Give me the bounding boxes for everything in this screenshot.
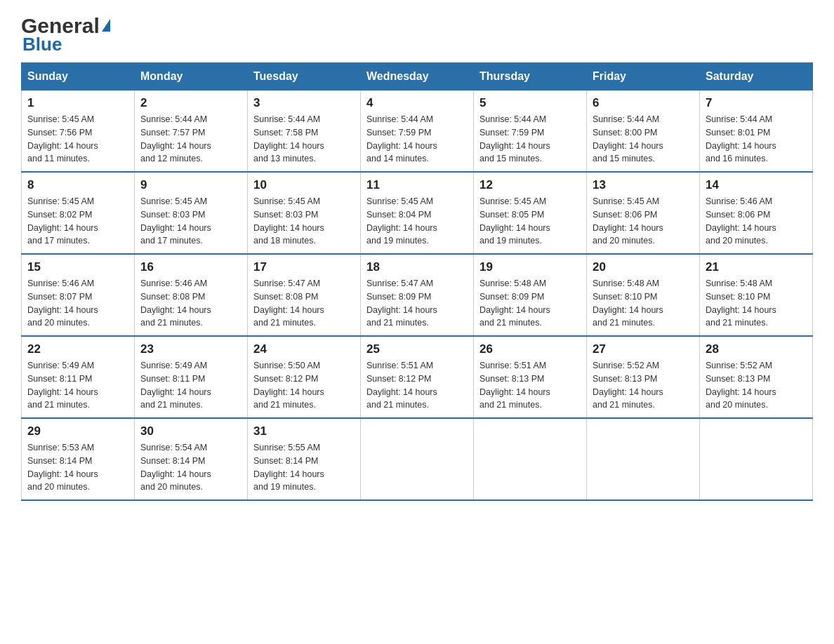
day-info: Sunrise: 5:47 AM Sunset: 8:08 PM Dayligh…: [253, 277, 355, 330]
day-info: Sunrise: 5:44 AM Sunset: 8:00 PM Dayligh…: [593, 113, 694, 166]
calendar-cell: 9 Sunrise: 5:45 AM Sunset: 8:03 PM Dayli…: [135, 172, 248, 254]
calendar-cell: 19 Sunrise: 5:48 AM Sunset: 8:09 PM Dayl…: [474, 254, 587, 336]
day-info: Sunrise: 5:51 AM Sunset: 8:12 PM Dayligh…: [366, 359, 468, 412]
day-number: 11: [366, 178, 468, 192]
calendar-cell: 28 Sunrise: 5:52 AM Sunset: 8:13 PM Dayl…: [700, 336, 813, 418]
calendar-cell: 18 Sunrise: 5:47 AM Sunset: 8:09 PM Dayl…: [361, 254, 474, 336]
calendar-cell: 3 Sunrise: 5:44 AM Sunset: 7:58 PM Dayli…: [248, 90, 361, 173]
logo-blue-text: Blue: [22, 34, 62, 55]
day-info: Sunrise: 5:45 AM Sunset: 8:03 PM Dayligh…: [253, 195, 355, 248]
calendar-week-row: 15 Sunrise: 5:46 AM Sunset: 8:07 PM Dayl…: [22, 254, 813, 336]
calendar-cell: 4 Sunrise: 5:44 AM Sunset: 7:59 PM Dayli…: [361, 90, 474, 173]
day-number: 14: [706, 178, 807, 192]
day-number: 8: [27, 178, 128, 192]
calendar-cell: 25 Sunrise: 5:51 AM Sunset: 8:12 PM Dayl…: [361, 336, 474, 418]
day-info: Sunrise: 5:44 AM Sunset: 7:59 PM Dayligh…: [479, 113, 581, 166]
day-number: 7: [706, 96, 807, 110]
calendar-cell: 2 Sunrise: 5:44 AM Sunset: 7:57 PM Dayli…: [135, 90, 248, 173]
calendar-cell: 15 Sunrise: 5:46 AM Sunset: 8:07 PM Dayl…: [22, 254, 135, 336]
day-info: Sunrise: 5:49 AM Sunset: 8:11 PM Dayligh…: [140, 359, 241, 412]
day-number: 24: [253, 342, 355, 356]
calendar-cell: 30 Sunrise: 5:54 AM Sunset: 8:14 PM Dayl…: [135, 418, 248, 500]
weekday-header-saturday: Saturday: [700, 63, 813, 90]
weekday-header-thursday: Thursday: [474, 63, 587, 90]
day-info: Sunrise: 5:44 AM Sunset: 7:59 PM Dayligh…: [366, 113, 468, 166]
calendar-week-row: 1 Sunrise: 5:45 AM Sunset: 7:56 PM Dayli…: [22, 90, 813, 173]
day-number: 2: [140, 96, 241, 110]
page-header: General Blue: [21, 14, 813, 55]
calendar-cell: 23 Sunrise: 5:49 AM Sunset: 8:11 PM Dayl…: [135, 336, 248, 418]
logo-triangle-icon: [102, 19, 110, 32]
day-info: Sunrise: 5:45 AM Sunset: 7:56 PM Dayligh…: [27, 113, 128, 166]
day-number: 19: [479, 260, 581, 274]
day-info: Sunrise: 5:55 AM Sunset: 8:14 PM Dayligh…: [253, 441, 355, 494]
calendar-cell: 14 Sunrise: 5:46 AM Sunset: 8:06 PM Dayl…: [700, 172, 813, 254]
calendar-cell: 29 Sunrise: 5:53 AM Sunset: 8:14 PM Dayl…: [22, 418, 135, 500]
calendar-cell: [474, 418, 587, 500]
day-number: 1: [27, 96, 128, 110]
calendar-cell: [700, 418, 813, 500]
calendar-cell: [361, 418, 474, 500]
calendar-cell: [587, 418, 700, 500]
day-number: 10: [253, 178, 355, 192]
day-info: Sunrise: 5:48 AM Sunset: 8:10 PM Dayligh…: [593, 277, 694, 330]
calendar-cell: 22 Sunrise: 5:49 AM Sunset: 8:11 PM Dayl…: [22, 336, 135, 418]
day-number: 30: [140, 424, 241, 438]
day-info: Sunrise: 5:44 AM Sunset: 8:01 PM Dayligh…: [706, 113, 807, 166]
calendar-cell: 6 Sunrise: 5:44 AM Sunset: 8:00 PM Dayli…: [587, 90, 700, 173]
day-number: 4: [366, 96, 468, 110]
calendar-cell: 1 Sunrise: 5:45 AM Sunset: 7:56 PM Dayli…: [22, 90, 135, 173]
weekday-header-friday: Friday: [587, 63, 700, 90]
day-number: 18: [366, 260, 468, 274]
day-info: Sunrise: 5:47 AM Sunset: 8:09 PM Dayligh…: [366, 277, 468, 330]
day-info: Sunrise: 5:45 AM Sunset: 8:03 PM Dayligh…: [140, 195, 241, 248]
day-info: Sunrise: 5:45 AM Sunset: 8:04 PM Dayligh…: [366, 195, 468, 248]
calendar-cell: 17 Sunrise: 5:47 AM Sunset: 8:08 PM Dayl…: [248, 254, 361, 336]
calendar-week-row: 22 Sunrise: 5:49 AM Sunset: 8:11 PM Dayl…: [22, 336, 813, 418]
day-number: 28: [706, 342, 807, 356]
day-info: Sunrise: 5:46 AM Sunset: 8:06 PM Dayligh…: [706, 195, 807, 248]
day-number: 13: [593, 178, 694, 192]
day-info: Sunrise: 5:45 AM Sunset: 8:06 PM Dayligh…: [593, 195, 694, 248]
day-info: Sunrise: 5:44 AM Sunset: 7:58 PM Dayligh…: [253, 113, 355, 166]
day-info: Sunrise: 5:44 AM Sunset: 7:57 PM Dayligh…: [140, 113, 241, 166]
day-info: Sunrise: 5:54 AM Sunset: 8:14 PM Dayligh…: [140, 441, 241, 494]
day-number: 15: [27, 260, 128, 274]
calendar-cell: 31 Sunrise: 5:55 AM Sunset: 8:14 PM Dayl…: [248, 418, 361, 500]
day-info: Sunrise: 5:53 AM Sunset: 8:14 PM Dayligh…: [27, 441, 128, 494]
day-number: 31: [253, 424, 355, 438]
day-number: 20: [593, 260, 694, 274]
calendar-cell: 26 Sunrise: 5:51 AM Sunset: 8:13 PM Dayl…: [474, 336, 587, 418]
calendar-cell: 24 Sunrise: 5:50 AM Sunset: 8:12 PM Dayl…: [248, 336, 361, 418]
day-info: Sunrise: 5:45 AM Sunset: 8:02 PM Dayligh…: [27, 195, 128, 248]
day-number: 16: [140, 260, 241, 274]
day-info: Sunrise: 5:48 AM Sunset: 8:10 PM Dayligh…: [706, 277, 807, 330]
day-info: Sunrise: 5:46 AM Sunset: 8:07 PM Dayligh…: [27, 277, 128, 330]
day-number: 6: [593, 96, 694, 110]
day-number: 5: [479, 96, 581, 110]
calendar-cell: 20 Sunrise: 5:48 AM Sunset: 8:10 PM Dayl…: [587, 254, 700, 336]
day-number: 17: [253, 260, 355, 274]
day-info: Sunrise: 5:51 AM Sunset: 8:13 PM Dayligh…: [479, 359, 581, 412]
day-info: Sunrise: 5:46 AM Sunset: 8:08 PM Dayligh…: [140, 277, 241, 330]
calendar-cell: 5 Sunrise: 5:44 AM Sunset: 7:59 PM Dayli…: [474, 90, 587, 173]
calendar-cell: 11 Sunrise: 5:45 AM Sunset: 8:04 PM Dayl…: [361, 172, 474, 254]
day-number: 26: [479, 342, 581, 356]
calendar-week-row: 29 Sunrise: 5:53 AM Sunset: 8:14 PM Dayl…: [22, 418, 813, 500]
calendar-cell: 10 Sunrise: 5:45 AM Sunset: 8:03 PM Dayl…: [248, 172, 361, 254]
weekday-header-tuesday: Tuesday: [248, 63, 361, 90]
day-info: Sunrise: 5:52 AM Sunset: 8:13 PM Dayligh…: [593, 359, 694, 412]
day-info: Sunrise: 5:45 AM Sunset: 8:05 PM Dayligh…: [479, 195, 581, 248]
day-number: 21: [706, 260, 807, 274]
calendar-cell: 13 Sunrise: 5:45 AM Sunset: 8:06 PM Dayl…: [587, 172, 700, 254]
calendar-cell: 27 Sunrise: 5:52 AM Sunset: 8:13 PM Dayl…: [587, 336, 700, 418]
calendar-cell: 8 Sunrise: 5:45 AM Sunset: 8:02 PM Dayli…: [22, 172, 135, 254]
day-number: 22: [27, 342, 128, 356]
calendar-cell: 7 Sunrise: 5:44 AM Sunset: 8:01 PM Dayli…: [700, 90, 813, 173]
calendar-cell: 16 Sunrise: 5:46 AM Sunset: 8:08 PM Dayl…: [135, 254, 248, 336]
weekday-header-wednesday: Wednesday: [361, 63, 474, 90]
weekday-header-monday: Monday: [135, 63, 248, 90]
day-number: 27: [593, 342, 694, 356]
calendar-cell: 21 Sunrise: 5:48 AM Sunset: 8:10 PM Dayl…: [700, 254, 813, 336]
day-number: 3: [253, 96, 355, 110]
